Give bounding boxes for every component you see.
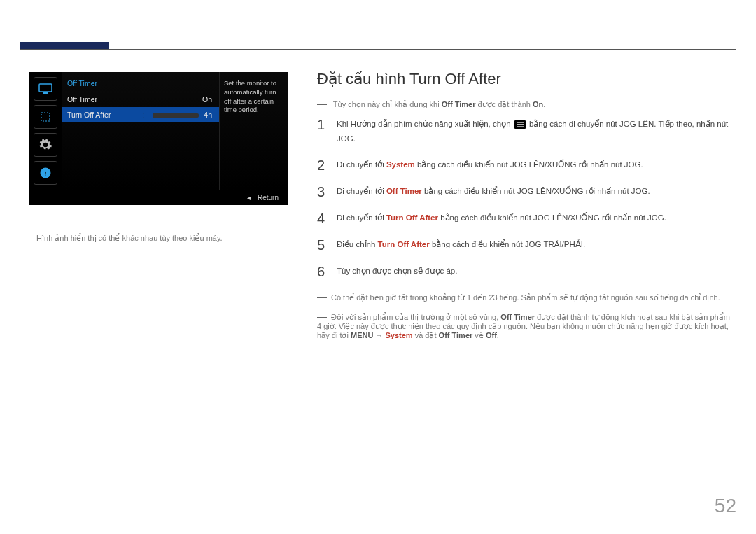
content-column: Đặt cấu hình Turn Off After ― Tùy chọn n… <box>317 70 736 349</box>
osd-menu-title: Off Timer <box>62 76 219 92</box>
footnote: ―Đối với sản phẩm của thị trường ở một s… <box>317 311 736 340</box>
osd-row-value: 4h <box>204 111 212 119</box>
osd-return-label: Return <box>258 194 279 202</box>
svg-rect-1 <box>43 92 48 94</box>
osd-slider <box>143 113 199 118</box>
svg-text:i: i <box>45 169 47 177</box>
emphasis: Off Timer <box>386 187 422 195</box>
step-text: Di chuyển tới System bằng cách điều khiể… <box>337 158 736 171</box>
svg-rect-6 <box>517 122 524 122</box>
step-text: Điều chỉnh Turn Off After bằng cách điều… <box>337 238 736 251</box>
emphasis: Turn Off After <box>378 240 430 248</box>
step: 2Di chuyển tới System bằng cách điều khi… <box>317 158 736 172</box>
svg-rect-0 <box>39 84 52 92</box>
step-text: Tùy chọn được chọn sẽ được áp. <box>337 265 736 277</box>
emphasis: System <box>386 160 415 169</box>
svg-rect-2 <box>41 113 50 121</box>
step-number: 5 <box>317 238 337 252</box>
osd-row-off-timer: Off Timer On <box>62 92 219 107</box>
svg-rect-7 <box>517 124 524 125</box>
step-text: Di chuyển tới Off Timer bằng cách điều k… <box>337 185 736 197</box>
left-arrow-icon: ◂ <box>247 194 251 202</box>
info-icon: i <box>34 161 57 185</box>
osd-menu: Off Timer Off Timer On Turn Off After 4h <box>62 72 219 190</box>
step-text: Khi Hướng dẫn phím chức năng xuất hiện, … <box>337 118 736 146</box>
left-divider <box>27 225 167 225</box>
header-rule <box>20 49 736 50</box>
step-number: 4 <box>317 211 337 225</box>
intro-prefix: Tùy chọn này chỉ khả dụng khi <box>333 100 442 108</box>
strong-text: MENU <box>351 331 373 339</box>
dash-icon: ― <box>317 311 327 322</box>
page-title: Đặt cấu hình Turn Off After <box>317 70 736 88</box>
header-accent-bar <box>20 42 109 49</box>
intro-strong1: Off Timer <box>442 100 476 108</box>
step-number: 2 <box>317 158 337 172</box>
osd-row-label: Turn Off After <box>67 111 111 119</box>
intro-strong2: On <box>533 100 543 108</box>
intro-note: ― Tùy chọn này chỉ khả dụng khi Off Time… <box>317 98 736 109</box>
dash-icon: ― <box>317 291 327 302</box>
step-text: Di chuyển tới Turn Off After bằng cách đ… <box>337 211 736 224</box>
step: 6Tùy chọn được chọn sẽ được áp. <box>317 265 736 279</box>
menu-icon <box>514 120 526 132</box>
step: 3Di chuyển tới Off Timer bằng cách điều … <box>317 185 736 199</box>
monitor-icon <box>34 77 57 101</box>
osd-row-turn-off-after: Turn Off After 4h <box>62 107 219 122</box>
step-number: 6 <box>317 265 337 279</box>
step-number: 1 <box>317 118 337 132</box>
settings-dotted-icon <box>34 105 57 129</box>
emphasis: Turn Off After <box>386 213 438 222</box>
gear-icon <box>34 133 57 157</box>
step: 1Khi Hướng dẫn phím chức năng xuất hiện,… <box>317 118 736 146</box>
step: 5Điều chỉnh Turn Off After bằng cách điề… <box>317 238 736 252</box>
intro-suffix: . <box>543 100 545 108</box>
left-note: ― Hình ảnh hiển thị có thể khác nhau tùy… <box>27 234 286 243</box>
steps-list: 1Khi Hướng dẫn phím chức năng xuất hiện,… <box>317 118 736 279</box>
strong-text: Off Timer <box>439 331 473 339</box>
osd-row-label: Off Timer <box>67 95 97 104</box>
osd-screenshot: i Off Timer Off Timer On Turn Off After … <box>29 72 288 205</box>
strong-text: Off Timer <box>500 313 535 321</box>
footnotes: ―Có thể đặt hẹn giờ tắt trong khoảng từ … <box>317 291 736 340</box>
step-number: 3 <box>317 185 337 199</box>
osd-left-icons: i <box>29 72 62 190</box>
osd-description: Set the monitor to automatically turn of… <box>219 72 288 190</box>
intro-mid: được đặt thành <box>475 100 533 108</box>
step: 4Di chuyển tới Turn Off After bằng cách … <box>317 211 736 225</box>
strong-text: Off <box>486 331 497 339</box>
dash-icon: ― <box>317 98 327 109</box>
footnote: ―Có thể đặt hẹn giờ tắt trong khoảng từ … <box>317 291 736 302</box>
osd-footer: ◂ Return <box>29 190 288 205</box>
osd-row-value: On <box>202 95 212 104</box>
svg-rect-8 <box>517 126 524 127</box>
emphasis: System <box>385 331 412 339</box>
page-number: 52 <box>715 495 736 517</box>
